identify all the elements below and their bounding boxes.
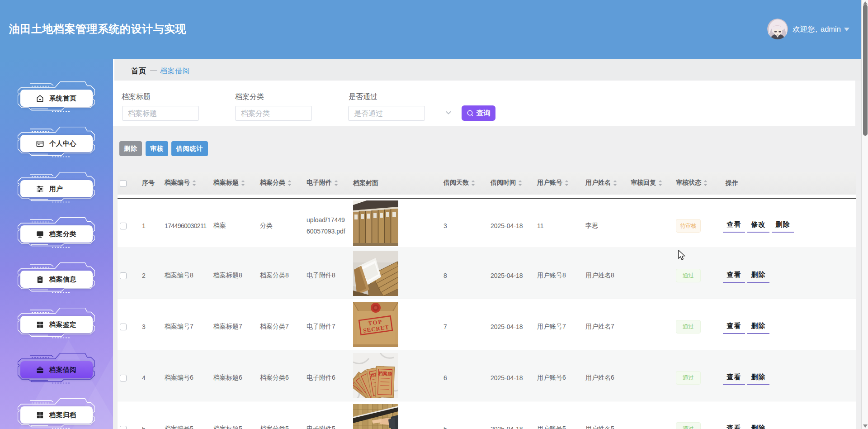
svg-text:档案袋: 档案袋 bbox=[378, 371, 392, 376]
